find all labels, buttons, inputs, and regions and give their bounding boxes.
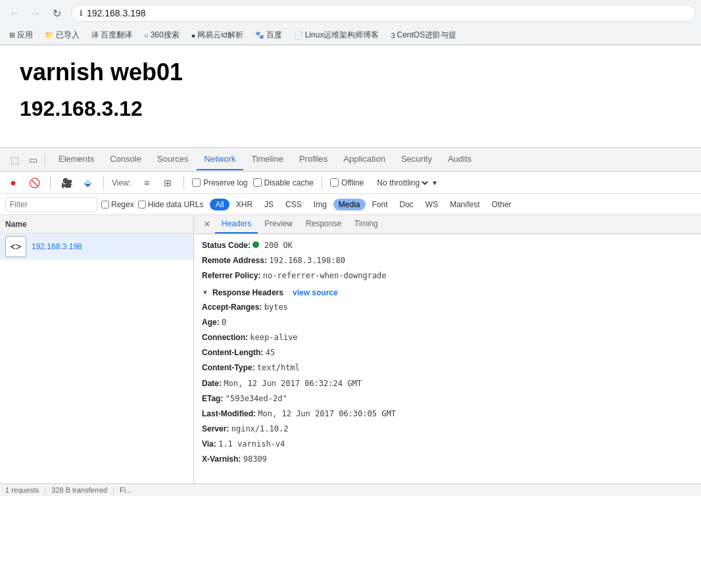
requests-header: Name <box>0 215 193 233</box>
status-sep-1: | <box>44 486 46 494</box>
bookmark-centos[interactable]: 3 CentOS进阶与提 <box>387 28 460 42</box>
view-grid-btn[interactable]: ⊞ <box>160 175 176 191</box>
filter-type-manifest[interactable]: Manifest <box>445 199 485 210</box>
hide-data-label[interactable]: Hide data URLs <box>138 200 204 209</box>
header-value: Mon, 12 Jun 2017 06:30:05 GMT <box>258 409 396 418</box>
tab-network[interactable]: Network <box>197 149 244 170</box>
detail-tab-response[interactable]: Response <box>299 215 348 233</box>
response-header-row: Content-Type: text/html <box>202 362 693 374</box>
netease-icon: ● <box>191 32 196 39</box>
devtools-tab-separator <box>45 153 45 166</box>
tab-elements[interactable]: Elements <box>51 149 102 170</box>
header-key: X-Varnish: <box>202 454 241 464</box>
address-bar[interactable]: ℹ 192.168.3.198 <box>71 5 696 22</box>
header-key: Content-Length: <box>202 348 263 357</box>
preserve-log-checkbox[interactable] <box>192 178 201 187</box>
disable-cache-label[interactable]: Disable cache <box>253 178 314 187</box>
tab-profiles[interactable]: Profiles <box>291 149 335 170</box>
filter-type-all[interactable]: All <box>210 199 229 210</box>
filter-type-other[interactable]: Other <box>487 199 517 210</box>
disable-cache-checkbox[interactable] <box>253 178 262 187</box>
header-value: text/html <box>257 363 300 372</box>
filter-type-img[interactable]: Img <box>308 199 332 210</box>
status-sep-2: | <box>112 486 114 494</box>
view-source-link[interactable]: view source <box>293 288 338 297</box>
status-transferred: 328 B transferred <box>51 486 107 494</box>
request-row[interactable]: <> 192.168.3.198 <box>0 233 193 260</box>
filter-type-doc[interactable]: Doc <box>395 199 419 210</box>
remote-address-row: Remote Address: 192.168.3.198:80 <box>202 255 693 267</box>
response-header-row: Date: Mon, 12 Jun 2017 06:32:24 GMT <box>202 378 693 390</box>
bookmark-360-label: 360搜索 <box>151 30 180 41</box>
detail-tab-headers[interactable]: Headers <box>215 215 258 233</box>
bookmark-baidu[interactable]: 🐾 百度 <box>251 28 286 42</box>
bookmark-linux-label: Linux运维架构师博客 <box>305 30 379 41</box>
response-header-row: X-Varnish: 98309 <box>202 453 693 466</box>
throttle-dropdown[interactable]: No throttling <box>374 178 430 188</box>
offline-label[interactable]: Offline <box>330 178 364 187</box>
record-button[interactable]: ● <box>5 175 21 191</box>
bookmark-apps[interactable]: ⊞ 应用 <box>5 28 37 42</box>
devtools-tabs-list: Elements Console Sources Network Timelin… <box>51 149 479 170</box>
bookmark-360[interactable]: ○ 360搜索 <box>140 28 183 42</box>
filter-button[interactable]: ⬙ <box>80 175 95 191</box>
tab-security[interactable]: Security <box>393 149 440 170</box>
tab-console[interactable]: Console <box>102 149 149 170</box>
translate-icon: 译 <box>91 30 99 40</box>
centos-icon: 3 <box>391 32 395 39</box>
bookmark-imported[interactable]: 📁 已导入 <box>41 28 84 42</box>
camera-button[interactable]: 🎥 <box>59 175 74 191</box>
details-close-button[interactable]: × <box>199 216 215 232</box>
tab-timeline[interactable]: Timeline <box>243 149 291 170</box>
devtools-select-element-btn[interactable]: ⬚ <box>5 151 24 169</box>
referrer-policy-label: Referrer Policy: <box>202 271 260 280</box>
toolbar-separator-4 <box>322 176 322 189</box>
devtools-device-btn[interactable]: ▭ <box>24 151 42 169</box>
filter-type-css[interactable]: CSS <box>280 199 307 210</box>
filter-type-js[interactable]: JS <box>259 199 279 210</box>
linux-icon: 📄 <box>294 31 303 39</box>
reload-button[interactable]: ↻ <box>47 4 66 22</box>
view-list-btn[interactable]: ≡ <box>139 175 155 191</box>
preserve-log-label[interactable]: Preserve log <box>192 178 247 187</box>
bookmarks-bar: ⊞ 应用 📁 已导入 译 百度翻译 ○ 360搜索 ● 网易云id解析 🐾 百度… <box>0 26 701 45</box>
page-content: varnish web01 192.168.3.12 <box>0 45 701 147</box>
filter-type-xhr[interactable]: XHR <box>231 199 258 210</box>
stop-button[interactable]: 🚫 <box>26 175 42 191</box>
status-bar: 1 requests | 328 B transferred | Fi... <box>0 483 701 496</box>
back-button[interactable]: ← <box>5 4 24 22</box>
response-header-row: Accept-Ranges: bytes <box>202 301 693 314</box>
forward-button[interactable]: → <box>26 4 45 22</box>
response-headers-label: Response Headers <box>212 288 283 297</box>
tab-application[interactable]: Application <box>335 149 393 170</box>
request-name: 192.168.3.198 <box>32 242 82 251</box>
regex-label[interactable]: Regex <box>101 200 134 209</box>
hide-data-checkbox[interactable] <box>138 201 146 208</box>
filter-type-font[interactable]: Font <box>367 199 393 210</box>
response-headers-list: Accept-Ranges: bytesAge: 0Connection: ke… <box>202 301 693 466</box>
header-value: "593e34ed-2d" <box>226 394 287 403</box>
bookmark-netease[interactable]: ● 网易云id解析 <box>187 28 247 42</box>
details-pane: × Headers Preview Response Timing Status… <box>194 215 701 483</box>
disable-cache-text: Disable cache <box>264 178 314 187</box>
referrer-policy-row: Referrer Policy: no-referrer-when-downgr… <box>202 270 693 282</box>
detail-tab-timing[interactable]: Timing <box>348 215 385 233</box>
headers-content: Status Code: 200 OK Remote Address: 192.… <box>194 234 701 483</box>
browser-chrome: ← → ↻ ℹ 192.168.3.198 ⊞ 应用 📁 已导入 译 百度翻译 … <box>0 0 701 45</box>
status-requests: 1 requests <box>5 486 39 494</box>
filter-type-media[interactable]: Media <box>333 199 366 210</box>
filter-bar: Regex Hide data URLs All XHR JS CSS Img … <box>0 194 701 215</box>
header-key: Content-Type: <box>202 363 254 372</box>
bookmark-linux[interactable]: 📄 Linux运维架构师博客 <box>290 28 383 42</box>
tab-sources[interactable]: Sources <box>149 149 197 170</box>
bookmark-baidu-translate-label: 百度翻译 <box>101 30 132 41</box>
tab-audits[interactable]: Audits <box>440 149 479 170</box>
header-key: Age: <box>202 318 220 327</box>
regex-checkbox[interactable] <box>101 201 109 208</box>
filter-input[interactable] <box>5 197 97 212</box>
bookmark-baidu-translate[interactable]: 译 百度翻译 <box>87 28 136 42</box>
apps-icon: ⊞ <box>9 31 15 39</box>
offline-checkbox[interactable] <box>330 178 339 187</box>
filter-type-ws[interactable]: WS <box>420 199 443 210</box>
detail-tab-preview[interactable]: Preview <box>258 215 299 233</box>
